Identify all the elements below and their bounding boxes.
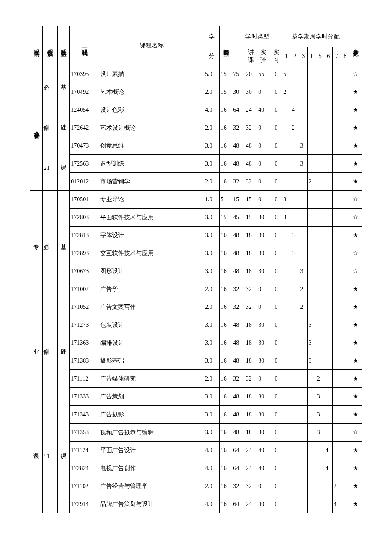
weeks: 16 xyxy=(219,244,232,262)
sem-2 xyxy=(291,477,299,495)
total-hours: 48 xyxy=(232,334,245,352)
weeks: 16 xyxy=(219,459,232,477)
total-hours: 48 xyxy=(232,352,245,370)
table-row: 172563造型训练3.0164848003★ xyxy=(30,155,362,173)
lab-hours: 30 xyxy=(257,352,270,370)
sem-3 xyxy=(299,406,308,424)
lab-hours: 40 xyxy=(257,495,270,513)
practice-hours: 0 xyxy=(270,424,282,442)
sem-6 xyxy=(324,477,333,495)
practice-hours: 0 xyxy=(270,155,282,173)
group1-category: 学科基础课 xyxy=(30,65,43,191)
sem-5 xyxy=(316,477,324,495)
sem-8 xyxy=(341,459,349,477)
table-row: 171333广告策划3.01648183003★ xyxy=(30,388,362,406)
table-row: 172824电视广告创作4.01664244004★ xyxy=(30,459,362,477)
sem-6 xyxy=(324,262,333,280)
sem-7 xyxy=(333,65,341,83)
course-code: 171102 xyxy=(70,477,99,495)
course-name: 图形设计 xyxy=(99,262,204,280)
practice-hours: 0 xyxy=(270,244,282,262)
sem-3 xyxy=(299,191,308,209)
sem-6 xyxy=(324,173,333,191)
sem-4 xyxy=(308,370,316,388)
sem-4 xyxy=(308,191,316,209)
sem-7 xyxy=(333,191,341,209)
practice-hours: 0 xyxy=(270,459,282,477)
th-lecture: 讲课 xyxy=(245,47,257,65)
course-code: 171333 xyxy=(70,388,99,406)
lab-hours: 40 xyxy=(257,442,270,459)
sem-3 xyxy=(299,477,308,495)
sem-1: 3 xyxy=(282,191,291,209)
lab-hours: 55 xyxy=(257,65,270,83)
credit: 3.0 xyxy=(204,352,219,370)
lab-hours: 0 xyxy=(257,137,270,155)
sem-7 xyxy=(333,316,341,334)
weeks: 16 xyxy=(219,119,232,137)
sem-4 xyxy=(308,495,316,513)
lecture-hours: 18 xyxy=(245,424,257,442)
exam-mark: ★ xyxy=(349,388,362,406)
sem-3: 3 xyxy=(299,262,308,280)
sem-6: 4 xyxy=(324,442,333,459)
lab-hours: 0 xyxy=(257,119,270,137)
course-name: 广告摄影 xyxy=(99,406,204,424)
credit: 4.0 xyxy=(204,495,219,513)
lecture-hours: 18 xyxy=(245,352,257,370)
total-hours: 75 xyxy=(232,65,245,83)
sem-2 xyxy=(291,388,299,406)
course-code: 171363 xyxy=(70,334,99,352)
exam-mark: ☆ xyxy=(349,65,362,83)
sem-2 xyxy=(291,280,299,298)
exam-mark: ★ xyxy=(349,137,362,155)
th-s4: 1 xyxy=(308,47,316,65)
exam-mark: ★ xyxy=(349,406,362,424)
exam-mark: ★ xyxy=(349,352,362,370)
credit: 3.0 xyxy=(204,424,219,442)
sem-3 xyxy=(299,352,308,370)
sem-8 xyxy=(341,262,349,280)
sem-6 xyxy=(324,316,333,334)
sem-2 xyxy=(291,352,299,370)
course-code: 172563 xyxy=(70,155,99,173)
credit: 4.0 xyxy=(204,459,219,477)
course-code: 012012 xyxy=(70,173,99,191)
course-code: 171112 xyxy=(70,370,99,388)
lab-hours: 30 xyxy=(257,262,270,280)
sem-1 xyxy=(282,244,291,262)
table-row: 171002广告学2.0163232002★ xyxy=(30,280,362,298)
credit: 3.0 xyxy=(204,209,219,227)
sem-7 xyxy=(333,83,341,101)
sem-3 xyxy=(299,442,308,459)
sem-8 xyxy=(341,495,349,513)
sem-4 xyxy=(308,424,316,442)
sem-6 xyxy=(324,83,333,101)
sem-8 xyxy=(341,334,349,352)
sem-6 xyxy=(324,227,333,244)
course-name: 设计色彩 xyxy=(99,101,204,119)
sem-4 xyxy=(308,209,316,227)
sem-3 xyxy=(299,119,308,137)
course-name: 电视广告创作 xyxy=(99,459,204,477)
sem-6 xyxy=(324,137,333,155)
total-hours: 64 xyxy=(232,101,245,119)
sem-2 xyxy=(291,191,299,209)
exam-mark: ★ xyxy=(349,334,362,352)
sem-7 xyxy=(333,101,341,119)
course-name: 品牌广告策划与设计 xyxy=(99,495,204,513)
course-code: 171353 xyxy=(70,424,99,442)
sem-5 xyxy=(316,352,324,370)
sem-3 xyxy=(299,334,308,352)
lecture-hours: 15 xyxy=(245,191,257,209)
lecture-hours: 32 xyxy=(245,119,257,137)
lecture-hours: 18 xyxy=(245,334,257,352)
th-lab: 实验 xyxy=(257,47,270,65)
sem-4 xyxy=(308,459,316,477)
credit: 3.0 xyxy=(204,227,219,244)
course-name: 艺术设计概论 xyxy=(99,119,204,137)
weeks: 16 xyxy=(219,227,232,244)
sem-4 xyxy=(308,262,316,280)
practice-hours: 0 xyxy=(270,352,282,370)
sem-5 xyxy=(316,101,324,119)
